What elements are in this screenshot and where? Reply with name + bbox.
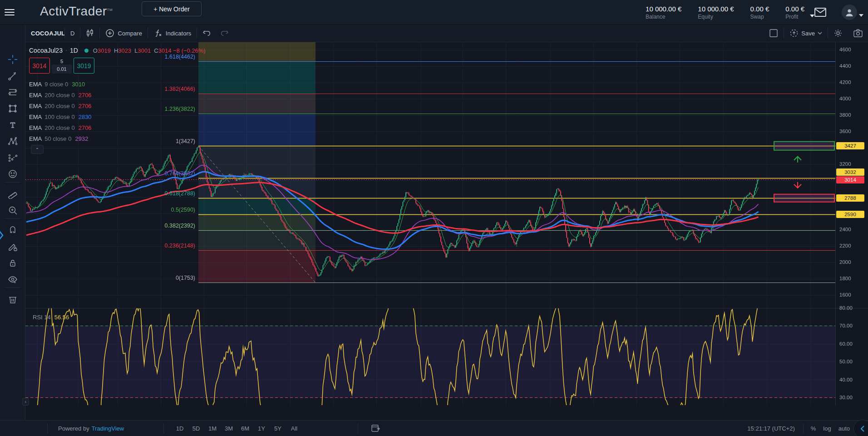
price-tick: 2200 (839, 243, 851, 248)
legend-symbol[interactable]: CocoaJul23 (29, 47, 63, 54)
price-tick: 1800 (839, 276, 851, 281)
tradingview-link[interactable]: TradingView (92, 425, 124, 432)
auto-scale-button[interactable]: auto (838, 425, 850, 432)
pane-collapse-button[interactable]: ‹ (22, 398, 29, 406)
crosshair-tool[interactable] (4, 52, 21, 67)
undo-icon (202, 29, 212, 37)
fib-level-label: 1.382(4066) (25, 86, 195, 92)
fib-level-label: 0(1753) (25, 275, 195, 281)
rsi-tick: 40.00 (839, 377, 853, 382)
remove-all-tool[interactable] (4, 292, 21, 307)
chart-style-button[interactable] (80, 28, 99, 39)
log-scale-button[interactable]: log (823, 425, 831, 432)
range-button-5d[interactable]: 5D (188, 423, 204, 434)
fib-level-label: 0.764(3032) (25, 170, 195, 177)
price-tick: 2000 (839, 259, 851, 265)
shapes-tool[interactable] (4, 101, 21, 116)
spread-widget[interactable]: 5 0.01 (52, 58, 72, 74)
magnet-tool[interactable] (4, 223, 21, 238)
legend-timeframe: 1D (70, 47, 78, 54)
price-scale[interactable]: 4600440042004000380036003200240022002000… (835, 42, 868, 406)
redo-icon (219, 29, 229, 37)
fib-level-label: 0.236(2148) (25, 243, 195, 249)
settings-button[interactable] (828, 28, 848, 39)
chart-area[interactable]: CocoaJul23 · 1D O3019H3023L3001C3014 −8 … (25, 42, 868, 406)
chevron-down-icon (810, 15, 814, 17)
camera-icon (853, 29, 863, 37)
fib-level-label: 0.5(2590) (25, 207, 195, 213)
lock-all-tool[interactable] (4, 255, 21, 271)
powered-by: Powered by TradingView (58, 421, 124, 436)
collapse-panel-button[interactable] (853, 420, 868, 436)
top-bar: ActivTraderTM + New Order 10 000.00 €Bal… (0, 0, 868, 25)
save-button[interactable]: Save (784, 28, 828, 39)
price-tick: 4400 (839, 63, 851, 69)
range-button-1d[interactable]: 1D (172, 423, 188, 434)
trend-line-tool[interactable] (4, 68, 21, 84)
ruler-tool[interactable] (4, 186, 21, 202)
price-tick: 4000 (839, 96, 851, 101)
zoom-in-tool[interactable] (4, 203, 21, 218)
indicators-icon (153, 29, 163, 38)
menu-icon[interactable] (5, 7, 15, 17)
screenshot-button[interactable] (848, 28, 868, 39)
range-button-1m[interactable]: 1M (204, 423, 221, 434)
mail-button[interactable] (814, 8, 826, 17)
redo-button[interactable] (218, 28, 234, 39)
compare-button[interactable]: Compare (100, 28, 147, 39)
rsi-tick: 50.00 (839, 359, 853, 364)
text-tool[interactable]: T (4, 117, 21, 133)
market-status-dot (84, 49, 89, 53)
profit-metric[interactable]: 0.00 €Profit (785, 5, 814, 20)
fib-level-label: 1.618(4462) (25, 54, 195, 60)
undo-button[interactable] (197, 28, 218, 39)
layout-select-button[interactable] (764, 28, 784, 39)
swap-metric: 0.00 €Swap (750, 5, 769, 20)
price-badge: 3427 (836, 142, 864, 149)
rsi-tick: 70.00 (839, 323, 853, 328)
range-button-1y[interactable]: 1Y (253, 423, 270, 434)
rsi-legend: RSI 1456.56 (33, 314, 69, 321)
app-logo: ActivTraderTM (40, 4, 113, 19)
clock: 15:21:17 (UTC+2) (747, 425, 794, 432)
balance-metric: 10 000.00 €Balance (646, 5, 681, 20)
candles-icon (86, 29, 94, 38)
range-button-5y[interactable]: 5Y (270, 423, 286, 434)
range-button-3m[interactable]: 3M (221, 423, 237, 434)
rsi-tick: 80.00 (839, 305, 853, 311)
new-order-button[interactable]: + New Order (142, 1, 202, 16)
timeframe-button[interactable]: D (65, 28, 80, 39)
symbol-button[interactable]: COCOAJUL23 (25, 28, 64, 39)
order-widget: 3014 5 0.01 3019 (29, 58, 94, 74)
fib-level-label: 0.382(2392) (25, 223, 195, 229)
price-tick: 3600 (839, 129, 851, 134)
price-badge: 3014 (836, 176, 864, 183)
fib-level-label: 0.618(2788) (25, 190, 195, 197)
user-icon (845, 8, 854, 17)
indicator-legend-row[interactable]: EMA200 close 02706 (29, 122, 92, 133)
draw-lock-tool[interactable] (4, 239, 21, 254)
compare-icon (105, 29, 114, 38)
expand-watchlist-icon[interactable] (0, 230, 4, 241)
goto-date-icon[interactable] (371, 424, 380, 432)
timeframe-buttons: 1D5D1M3M6M1Y5YAll (172, 421, 302, 436)
price-tick: 3200 (839, 161, 851, 167)
percent-scale-button[interactable]: % (811, 425, 816, 432)
price-tick: 4600 (839, 47, 851, 52)
range-button-all[interactable]: All (286, 423, 302, 434)
range-button-6m[interactable]: 6M (237, 423, 253, 434)
fib-retracement-tool[interactable] (4, 84, 21, 100)
emoji-tool[interactable] (4, 166, 21, 182)
buy-button[interactable]: 3019 (74, 58, 94, 74)
avatar (842, 5, 857, 20)
account-menu[interactable] (842, 5, 863, 20)
indicator-legend-row[interactable]: EMA100 close 02830 (29, 111, 92, 122)
forecast-tool[interactable] (4, 150, 21, 165)
price-badge: 3032 (836, 168, 864, 176)
legend-collapse-button[interactable]: ⌃ (31, 145, 44, 154)
hide-all-tool[interactable] (4, 272, 21, 287)
indicators-button[interactable]: Indicators (148, 28, 197, 39)
xabcd-pattern-tool[interactable] (4, 134, 21, 149)
chart-toolbar: COCOAJUL23 D Compare Indicators Save (25, 25, 868, 42)
sell-button[interactable]: 3014 (29, 58, 50, 74)
